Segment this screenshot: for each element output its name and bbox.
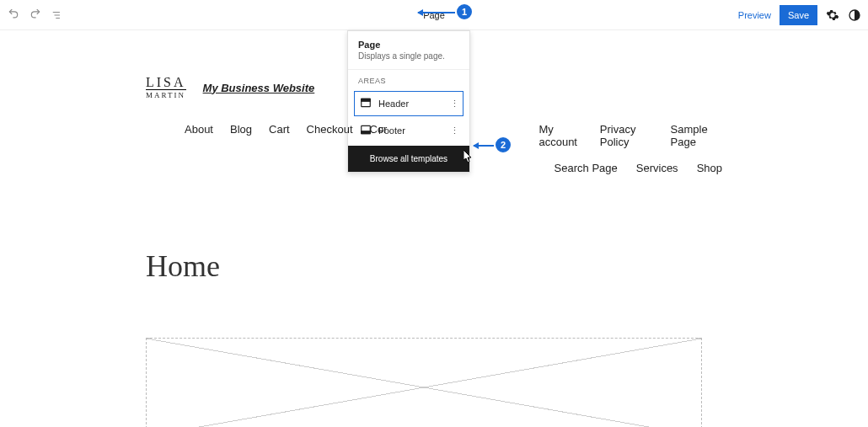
nav-item[interactable]: Checkout xyxy=(307,123,353,148)
nav-item[interactable]: Services xyxy=(636,162,678,174)
list-view-icon[interactable] xyxy=(51,8,64,22)
nav-item[interactable]: Sample Page xyxy=(671,123,722,148)
topbar-right-tools: Preview Save xyxy=(738,5,861,25)
image-placeholder-block[interactable] xyxy=(146,338,702,427)
nav-item[interactable]: Search Page xyxy=(555,162,618,174)
dropdown-description: Displays a single page. xyxy=(348,51,469,69)
nav-item[interactable]: My account xyxy=(538,123,582,148)
site-header: LISA MARTIN My Business Website xyxy=(146,76,722,99)
editor-topbar: Page Preview Save xyxy=(0,0,868,30)
topbar-left-tools xyxy=(0,8,64,22)
redo-icon[interactable] xyxy=(29,8,42,22)
annotation-badge-1: 1 xyxy=(455,3,474,21)
logo-line-1: LISA xyxy=(146,76,186,89)
primary-nav: About Blog Cart Checkout Cor My account … xyxy=(146,123,722,174)
nav-item[interactable]: Privacy Policy xyxy=(600,123,654,148)
annotation-arrow-1 xyxy=(418,12,455,13)
nav-item[interactable]: Cart xyxy=(269,123,290,148)
nav-item[interactable]: Blog xyxy=(230,123,252,148)
styles-icon[interactable] xyxy=(848,8,861,22)
nav-item[interactable]: About xyxy=(185,123,213,148)
site-title-link[interactable]: My Business Website xyxy=(203,82,315,94)
preview-button[interactable]: Preview xyxy=(738,10,771,20)
undo-icon[interactable] xyxy=(7,8,20,22)
page-title[interactable]: Home xyxy=(146,248,722,284)
editor-canvas: LISA MARTIN My Business Website About Bl… xyxy=(146,76,722,427)
settings-icon[interactable] xyxy=(826,8,839,22)
logo-line-2: MARTIN xyxy=(146,89,186,99)
nav-item[interactable]: Cor xyxy=(370,123,388,148)
site-logo[interactable]: LISA MARTIN xyxy=(146,76,186,99)
dropdown-title: Page xyxy=(348,31,469,51)
save-button[interactable]: Save xyxy=(780,5,817,25)
nav-item[interactable]: Shop xyxy=(697,162,722,174)
